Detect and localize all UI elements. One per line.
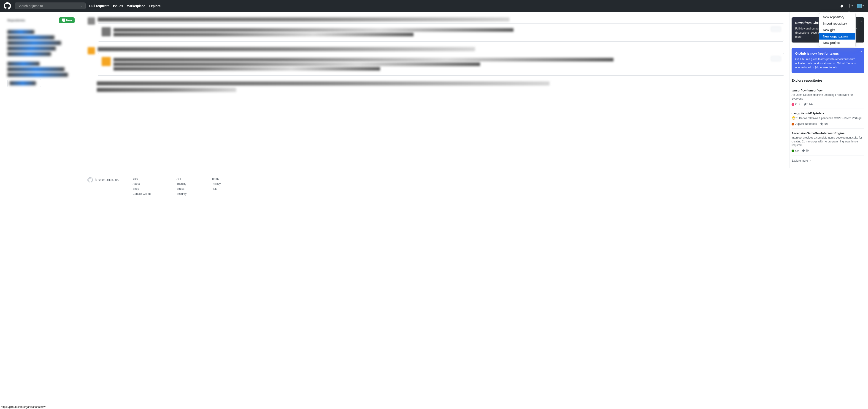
star-button-redacted[interactable] xyxy=(771,56,781,62)
repos-heading-redacted: Repositories xyxy=(7,19,25,22)
slash-key-hint: / xyxy=(80,4,84,8)
feed-card xyxy=(98,23,784,42)
repo-stars: 144k xyxy=(804,103,813,106)
footer-columns: BlogAboutShopContact GitHubAPITrainingSt… xyxy=(133,177,221,196)
notifications-icon[interactable] xyxy=(840,4,844,8)
repo-description: An Open Source Machine Learning Framewor… xyxy=(792,93,864,101)
star-icon xyxy=(820,123,823,126)
close-icon[interactable]: × xyxy=(861,19,863,23)
menu-import-repository[interactable]: Import repository xyxy=(819,20,856,27)
create-new-dropdown: New repository Import repository New gis… xyxy=(819,13,856,47)
feed-avatar-redacted xyxy=(88,47,95,55)
footer-copyright: © 2020 GitHub, Inc. xyxy=(95,178,119,181)
language-color-dot xyxy=(792,103,794,106)
star-icon xyxy=(804,103,807,106)
explore-repo[interactable]: tensorflow/tensorflowAn Open Source Mach… xyxy=(792,86,864,109)
main-layout: Repositories New xyxy=(0,12,868,168)
github-logo[interactable] xyxy=(4,2,11,10)
teams-notice-title: GitHub is now free for teams xyxy=(795,52,861,55)
explore-list: tensorflow/tensorflowAn Open Source Mach… xyxy=(792,86,864,156)
redacted-content xyxy=(97,81,550,86)
nav-marketplace[interactable]: Marketplace xyxy=(127,4,145,8)
redacted-content xyxy=(7,62,39,66)
activity-feed xyxy=(82,12,790,168)
repo-language: C# xyxy=(792,149,799,152)
new-repo-button[interactable]: New xyxy=(59,18,74,23)
menu-new-organization[interactable]: New organization xyxy=(819,33,856,39)
redacted-content xyxy=(7,46,56,50)
redacted-content xyxy=(114,33,413,36)
feed-card-avatar-redacted xyxy=(102,57,111,66)
footer-column: TermsPrivacyHelp xyxy=(212,177,221,196)
repo-description: 😷ᴾᵀ Dados relativos à pandemia COVID-19 … xyxy=(792,116,864,121)
nav-issues[interactable]: Issues xyxy=(113,4,123,8)
language-color-dot xyxy=(792,149,794,152)
menu-new-project[interactable]: New project xyxy=(819,39,856,46)
repo-name: AscensionGameDev/Intersect-Engine xyxy=(792,132,864,135)
left-sidebar: Repositories New xyxy=(0,12,82,168)
explore-repo[interactable]: AscensionGameDev/Intersect-EngineInterse… xyxy=(792,129,864,156)
redacted-content xyxy=(114,28,514,32)
footer-link[interactable]: Status xyxy=(177,187,187,191)
divider xyxy=(7,27,74,27)
plus-icon xyxy=(847,4,851,8)
footer-link[interactable]: Terms xyxy=(212,177,221,180)
nav-explore[interactable]: Explore xyxy=(149,4,160,8)
redacted-content xyxy=(98,18,509,22)
search-input[interactable] xyxy=(14,2,86,9)
redacted-content xyxy=(97,88,236,92)
menu-new-repository[interactable]: New repository xyxy=(819,14,856,20)
footer-link[interactable]: Help xyxy=(212,187,221,191)
create-new-menu-button[interactable] xyxy=(847,4,854,8)
redacted-content xyxy=(114,62,480,66)
search-wrap: / xyxy=(14,2,86,9)
footer-link[interactable]: About xyxy=(133,182,152,185)
footer-column: APITrainingStatusSecurity xyxy=(177,177,187,196)
redacted-content xyxy=(98,47,475,51)
feed-avatar-redacted xyxy=(88,18,95,25)
github-logo-icon[interactable] xyxy=(87,177,93,183)
footer-link[interactable]: Training xyxy=(177,182,187,185)
new-repo-button-label: New xyxy=(66,19,72,22)
repo-stars: 40 xyxy=(802,149,808,152)
language-color-dot xyxy=(792,123,794,126)
teams-notice-body: GitHub Free gives teams private reposito… xyxy=(795,57,861,69)
footer-link[interactable]: Privacy xyxy=(212,182,221,185)
menu-new-gist[interactable]: New gist xyxy=(819,27,856,33)
nav-pull-requests[interactable]: Pull requests xyxy=(89,4,110,8)
redacted-content xyxy=(7,52,51,56)
explore-repo[interactable]: dssg-pt/covid19pt-data😷ᴾᵀ Dados relativo… xyxy=(792,109,864,129)
redacted-content xyxy=(7,67,65,71)
repo-description: Intersect provides a complete game devel… xyxy=(792,136,864,147)
redacted-content xyxy=(7,35,55,39)
footer-link[interactable]: Contact GitHub xyxy=(133,192,152,196)
feed-card xyxy=(98,53,784,76)
redacted-content xyxy=(114,67,380,71)
explore-more-link[interactable]: Explore more → xyxy=(792,159,811,162)
footer: © 2020 GitHub, Inc. BlogAboutShopContact… xyxy=(82,168,790,205)
feed-item xyxy=(88,18,784,42)
repo-meta: C++144k xyxy=(792,103,864,106)
close-icon[interactable]: × xyxy=(861,50,863,54)
footer-link[interactable]: Security xyxy=(177,192,187,196)
caret-down-icon xyxy=(863,5,864,6)
footer-column: BlogAboutShopContact GitHub xyxy=(133,177,152,196)
repo-icon xyxy=(62,19,65,22)
user-menu-button[interactable] xyxy=(857,4,864,8)
repo-meta: Jupyter Notebook207 xyxy=(792,122,864,126)
footer-link[interactable]: Shop xyxy=(133,187,152,191)
feed-item xyxy=(88,47,784,76)
footer-link[interactable]: Blog xyxy=(133,177,152,180)
teams-notice: × GitHub is now free for teams GitHub Fr… xyxy=(792,48,864,73)
star-button-redacted[interactable] xyxy=(771,26,781,32)
user-avatar xyxy=(857,4,862,8)
repo-stars: 207 xyxy=(820,122,828,126)
redacted-content xyxy=(114,58,614,62)
redacted-content xyxy=(7,30,34,34)
footer-link[interactable]: API xyxy=(177,177,187,180)
repo-name: dssg-pt/covid19pt-data xyxy=(792,111,864,115)
feed-card-avatar-redacted xyxy=(102,27,111,36)
redacted-content xyxy=(7,41,61,45)
star-icon xyxy=(802,149,805,152)
primary-nav: Pull requests Issues Marketplace Explore xyxy=(89,4,161,8)
